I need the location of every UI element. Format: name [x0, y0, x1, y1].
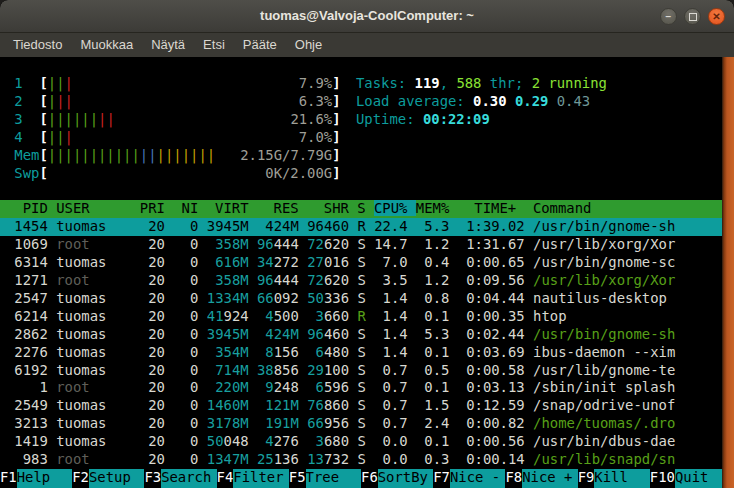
cpu1-meter: 1 [||| 7.9%] — [6, 75, 341, 91]
fkey-label: F10 — [650, 469, 675, 488]
process-row-3213[interactable]: 3213 tuomas 20 0 3178M 191M 66956 S 0.7 … — [0, 415, 722, 433]
fkey-action: Nice - — [450, 469, 505, 488]
close-button[interactable]: ✕ — [708, 8, 725, 25]
function-key-bar: F1HelpF2SetupF3SearchF4FilterF5TreeF6Sor… — [0, 469, 722, 488]
menubar: TiedostoMuokkaaNäytäEtsiPääteOhje — [0, 33, 734, 57]
process-row-6214[interactable]: 6214 tuomas 20 0 41924 4500 3660 R 1.4 0… — [0, 308, 722, 326]
scrollbar[interactable] — [722, 57, 734, 488]
cpu4-meter: 4 [||| 7.0%] — [6, 129, 341, 145]
fkey-label: F4 — [217, 469, 234, 488]
cpu2-meter: 2 [||| 6.3%] — [6, 93, 341, 109]
fkey-f8-nice+[interactable]: F8Nice + — [505, 469, 577, 488]
process-row-1069[interactable]: 1069 root 20 0 358M 96444 72620 S 14.7 1… — [0, 236, 722, 254]
table-header-row[interactable]: PID USER PRI NI VIRT RES SHR S CPU% MEM%… — [0, 200, 722, 218]
titlebar[interactable]: tuomas@Valvoja-CoolComputer: ~ − ✕ — [0, 0, 734, 33]
fkey-label: F9 — [578, 469, 595, 488]
process-row-1271[interactable]: 1271 root 20 0 358M 96444 72620 S 3.5 1.… — [0, 272, 722, 290]
fkey-f3-search[interactable]: F3Search — [144, 469, 216, 488]
fkey-action: SortBy — [378, 469, 433, 488]
process-row-2276[interactable]: 2276 tuomas 20 0 354M 8156 6480 S 1.4 0.… — [0, 344, 722, 362]
menu-item-ohje[interactable]: Ohje — [286, 33, 331, 57]
menu-item-muokkaa[interactable]: Muokkaa — [71, 33, 142, 57]
tasks-line: Tasks: 119, 588 thr; 2 running — [356, 75, 607, 91]
tasks-summary: Tasks: 119, 588 thr; 2 running Load aver… — [356, 75, 607, 129]
process-table: PID USER PRI NI VIRT RES SHR S CPU% MEM%… — [0, 200, 722, 469]
process-row-6192[interactable]: 6192 tuomas 20 0 714M 38856 29100 S 0.7 … — [0, 362, 722, 380]
fkey-label: F2 — [72, 469, 89, 488]
process-row-1419[interactable]: 1419 tuomas 20 0 50048 4276 3680 S 0.0 0… — [0, 433, 722, 451]
process-row-2549[interactable]: 2549 tuomas 20 0 1460M 121M 76860 S 0.7 … — [0, 397, 722, 415]
fkey-label: F7 — [433, 469, 450, 488]
terminal-content[interactable]: 1 [||| 7.9%] 2 [||| 6.3%] 3 [|||||||| 21… — [0, 57, 722, 488]
fkey-action: Filter — [233, 469, 288, 488]
window-controls: − ✕ — [660, 8, 725, 25]
process-row-6314[interactable]: 6314 tuomas 20 0 616M 34272 27016 S 7.0 … — [0, 254, 722, 272]
fkey-label: F8 — [505, 469, 522, 488]
window-title: tuomas@Valvoja-CoolComputer: ~ — [0, 0, 734, 32]
fkey-action: Help — [17, 469, 72, 488]
menu-item-pte[interactable]: Pääte — [234, 33, 286, 57]
fkey-action: Kill — [594, 469, 649, 488]
minimize-button[interactable]: − — [660, 8, 677, 25]
fkey-f10-quit[interactable]: F10Quit — [650, 469, 722, 488]
fkey-action: Tree — [306, 469, 361, 488]
menu-item-nyt[interactable]: Näytä — [142, 33, 194, 57]
maximize-button[interactable] — [684, 8, 701, 25]
fkey-f9-kill[interactable]: F9Kill — [578, 469, 650, 488]
fkey-label: F1 — [0, 469, 17, 488]
fkey-label: F6 — [361, 469, 378, 488]
menu-item-tiedosto[interactable]: Tiedosto — [4, 33, 71, 57]
mem-meter: Mem[|||||||||||||||||||| 2.15G/7.79G] — [6, 147, 341, 163]
fkey-action: Search — [161, 469, 216, 488]
terminal-window: tuomas@Valvoja-CoolComputer: ~ − ✕ Tiedo… — [0, 0, 734, 488]
fkey-f4-filter[interactable]: F4Filter — [217, 469, 289, 488]
process-row-1[interactable]: 1 root 20 0 220M 9248 6596 S 0.7 0.1 0:0… — [0, 379, 722, 397]
process-row-1454[interactable]: 1454 tuomas 20 0 3945M 424M 96460 R 22.4… — [0, 218, 722, 236]
fkey-label: F3 — [144, 469, 161, 488]
fkey-f5-tree[interactable]: F5Tree — [289, 469, 361, 488]
menu-item-etsi[interactable]: Etsi — [194, 33, 234, 57]
cpu-memory-meters: 1 [||| 7.9%] 2 [||| 6.3%] 3 [|||||||| 21… — [6, 75, 341, 183]
fkey-action: Nice + — [522, 469, 577, 488]
fkey-action: Quit — [675, 469, 722, 488]
swp-meter: Swp[ 0K/2.00G] — [6, 165, 341, 181]
process-row-2862[interactable]: 2862 tuomas 20 0 3945M 424M 96460 S 1.4 … — [0, 326, 722, 344]
close-icon: ✕ — [712, 12, 720, 22]
process-row-983[interactable]: 983 root 20 0 1347M 25136 13732 S 0.0 0.… — [0, 451, 722, 469]
minimize-icon: − — [666, 12, 672, 22]
load-average-line: Load average: 0.30 0.29 0.43 — [356, 93, 590, 109]
maximize-icon — [689, 13, 697, 21]
sort-column-header[interactable]: CPU% — [374, 200, 416, 216]
cpu3-meter: 3 [|||||||| 21.6%] — [6, 111, 341, 127]
fkey-action: Setup — [89, 469, 144, 488]
process-row-2547[interactable]: 2547 tuomas 20 0 1334M 66092 50336 S 1.4… — [0, 290, 722, 308]
fkey-f1-help[interactable]: F1Help — [0, 469, 72, 488]
fkey-f6-sortby[interactable]: F6SortBy — [361, 469, 433, 488]
fkey-f2-setup[interactable]: F2Setup — [72, 469, 144, 488]
uptime-line: Uptime: 00:22:09 — [356, 111, 490, 127]
fkey-label: F5 — [289, 469, 306, 488]
fkey-f7-nice-[interactable]: F7Nice - — [433, 469, 505, 488]
